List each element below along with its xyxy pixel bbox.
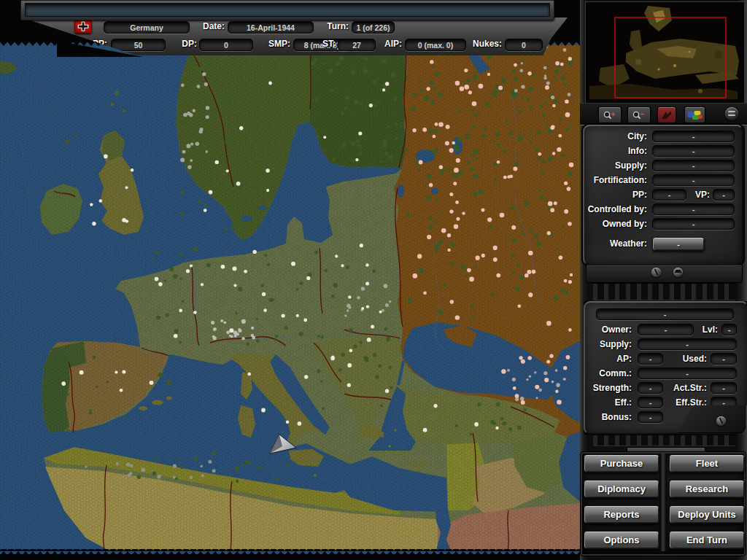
- panel-struts: [593, 283, 735, 300]
- owner-label: Owner:: [585, 324, 632, 335]
- fortification-field: -: [652, 174, 735, 186]
- research-button[interactable]: Research: [669, 480, 745, 498]
- unit-supply-label: Supply:: [585, 339, 632, 350]
- fortification-label: Fortification:: [586, 175, 647, 186]
- end-turn-button[interactable]: End Turn: [669, 531, 745, 549]
- game-screen: Germany Date: 16-April-1944 Turn: 1 (of …: [0, 0, 747, 560]
- unit-supply-field: -: [638, 338, 737, 350]
- world-map[interactable]: [0, 0, 580, 560]
- city-field: -: [652, 131, 735, 142]
- bonus-label: Bonus:: [585, 412, 632, 423]
- aip-field: 0 (max. 0): [405, 39, 466, 51]
- screw-icon: [716, 416, 726, 426]
- purchase-button[interactable]: Purchase: [584, 454, 659, 472]
- act-str-field: -: [711, 382, 737, 394]
- menu-divider: [659, 454, 667, 551]
- weather-label: Weather:: [586, 238, 647, 249]
- diplomacy-button[interactable]: Diplomacy: [584, 480, 659, 498]
- vp-label: VP:: [691, 190, 710, 201]
- ap-label: AP:: [585, 354, 632, 365]
- info-label: Info:: [586, 146, 647, 157]
- panel-divider: [586, 264, 743, 283]
- unit-name-field: -: [596, 308, 734, 320]
- map-mode-button[interactable]: [684, 106, 705, 123]
- strength-label: Strength:: [585, 383, 632, 394]
- fleet-button[interactable]: Fleet: [669, 454, 745, 472]
- zoom-in-button[interactable]: [598, 106, 622, 123]
- pp-hex-label: PP:: [586, 190, 647, 201]
- weather-button[interactable]: -: [652, 237, 705, 251]
- supply-field: -: [652, 160, 735, 171]
- owned-by-label: Owned by:: [586, 219, 647, 230]
- date-field: 16-April-1944: [228, 21, 314, 34]
- date-label: Date:: [190, 21, 225, 32]
- pp-hex-field: -: [652, 189, 686, 201]
- pp-field: 50: [111, 39, 166, 51]
- side-panel: City: - Info: - Supply: - Fortification:…: [580, 0, 747, 560]
- reports-button[interactable]: Reports: [584, 505, 659, 524]
- controlled-by-label: Controlled by:: [586, 204, 647, 215]
- map-toolbar: [580, 103, 747, 125]
- dp-label: DP:: [172, 39, 197, 50]
- used-field: -: [711, 353, 737, 365]
- country-field: Germany: [104, 21, 190, 34]
- used-label: Used:: [673, 354, 707, 365]
- menu-panel: Purchase Fleet Diplomacy Research Report…: [580, 445, 747, 560]
- bonus-field: -: [638, 411, 663, 423]
- message-bar: [20, 0, 554, 20]
- screw-icon: [673, 268, 683, 277]
- deploy-units-button[interactable]: Deploy Units: [669, 505, 745, 524]
- germany-flag-icon[interactable]: [74, 20, 92, 34]
- lvl-field: -: [721, 324, 737, 335]
- screw-icon: [651, 268, 661, 277]
- lvl-label: Lvl:: [693, 324, 718, 335]
- eff-label: Eff.:: [585, 397, 632, 408]
- owner-field: -: [638, 324, 694, 335]
- eff-field: -: [638, 397, 663, 408]
- panel-menu-button[interactable]: [725, 107, 738, 120]
- terrain-noise: [0, 41, 580, 556]
- controlled-by-field: -: [652, 203, 735, 215]
- act-str-label: Act.Str.:: [661, 383, 707, 394]
- air-units-toggle-button[interactable]: [657, 106, 676, 123]
- aip-label: AIP:: [376, 39, 402, 50]
- st-field: 27: [338, 39, 376, 51]
- owned-by-field: -: [652, 218, 735, 230]
- comm-label: Comm.:: [585, 368, 632, 379]
- turn-label: Turn:: [320, 21, 349, 32]
- strength-field: -: [638, 382, 663, 394]
- minimap[interactable]: [586, 2, 744, 104]
- smp-label: SMP:: [260, 39, 290, 50]
- info-field: -: [652, 145, 735, 157]
- vp-field: -: [713, 189, 735, 201]
- options-button[interactable]: Options: [584, 531, 659, 549]
- comm-field: -: [638, 368, 737, 379]
- ap-field: -: [638, 353, 663, 365]
- hex-info-panel: City: - Info: - Supply: - Fortification:…: [583, 125, 743, 265]
- st-label: ST:: [318, 39, 336, 50]
- dp-field: 0: [199, 39, 253, 51]
- nukes-label: Nukes:: [464, 39, 502, 50]
- supply-label: Supply:: [586, 160, 647, 171]
- zoom-out-button[interactable]: [627, 106, 651, 123]
- turn-field: 1 (of 226): [352, 21, 395, 34]
- city-label: City:: [586, 131, 647, 142]
- nukes-field: 0: [505, 39, 543, 51]
